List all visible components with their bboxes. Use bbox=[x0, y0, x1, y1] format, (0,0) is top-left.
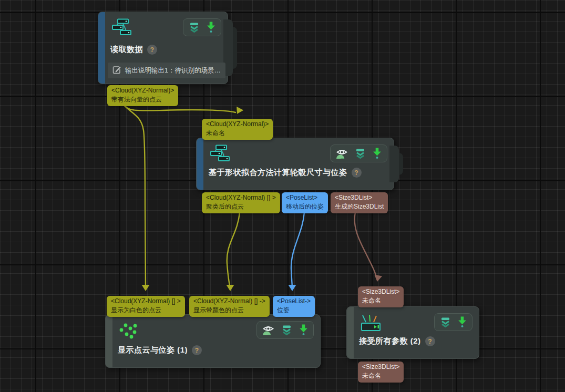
node-color-bar bbox=[197, 138, 203, 190]
help-badge[interactable]: ? bbox=[147, 45, 157, 55]
node-title: 基于形状拟合方法计算轮毂尺寸与位姿 bbox=[209, 168, 347, 178]
collapse-icon[interactable] bbox=[189, 22, 200, 33]
node-action-buttons bbox=[183, 18, 221, 36]
port-accept-in-sizes[interactable]: <Size3DList>未命名 bbox=[358, 286, 404, 307]
download-icon[interactable] bbox=[458, 316, 467, 328]
node-accept-params[interactable]: 接受所有参数 (2)? bbox=[346, 306, 479, 359]
node-action-buttons bbox=[330, 145, 387, 162]
download-icon[interactable] bbox=[299, 324, 308, 336]
port-name: 移动后的位姿 bbox=[286, 202, 324, 211]
help-badge[interactable]: ? bbox=[425, 336, 435, 346]
port-type: <Cloud(XYZ-Normal) [] > bbox=[111, 297, 181, 306]
node-color-bar bbox=[347, 307, 354, 358]
visibility-icon[interactable] bbox=[336, 148, 348, 159]
machine-icon bbox=[210, 145, 230, 164]
port-fit-out-sizes[interactable]: <Size3DList>生成的Size3DList bbox=[331, 192, 388, 213]
node-action-buttons bbox=[434, 313, 472, 331]
wire-fit-out-poses-to-show-in-pose[interactable] bbox=[291, 212, 304, 288]
node-title: 接受所有参数 (2) bbox=[359, 336, 421, 346]
port-show-in-colored[interactable]: <Cloud(XYZ-Normal) [] ->显示带颜色的点云 bbox=[189, 296, 270, 317]
port-name: 位姿 bbox=[277, 306, 311, 315]
wire-fit-out-sizes-to-accept-in-sizes[interactable] bbox=[355, 212, 377, 279]
port-name: 生成的Size3DList bbox=[335, 202, 384, 211]
wire-arrow-icon bbox=[289, 285, 296, 291]
dots-icon bbox=[119, 321, 137, 341]
port-show-in-pose[interactable]: <PoseList->位姿 bbox=[273, 296, 315, 317]
port-fit-out-clusters[interactable]: <Cloud(XYZ-Normal) [] >聚类后的点云 bbox=[202, 192, 280, 213]
port-name: 未命名 bbox=[362, 372, 399, 380]
port-type: <Cloud(XYZ-Normal)> bbox=[111, 86, 174, 95]
node-color-bar bbox=[106, 315, 112, 367]
port-fit-out-poses[interactable]: <PoseList>移动后的位姿 bbox=[282, 192, 328, 213]
collapse-icon[interactable] bbox=[440, 317, 451, 328]
collapse-icon[interactable] bbox=[281, 325, 292, 336]
edit-icon bbox=[112, 65, 121, 76]
output-description-text: 输出说明输出1：待识别的场景… bbox=[125, 66, 221, 75]
node-stack-layer bbox=[389, 146, 399, 182]
port-type: <Cloud(XYZ-Normal)> bbox=[206, 120, 269, 129]
help-badge[interactable]: ? bbox=[192, 345, 202, 355]
download-icon[interactable] bbox=[373, 148, 382, 159]
port-name: 带有法向量的点云 bbox=[111, 95, 174, 104]
port-type: <PoseList-> bbox=[277, 297, 311, 306]
port-type: <Size3DList> bbox=[335, 193, 384, 202]
wire-arrow-icon bbox=[227, 285, 234, 291]
port-type: <Cloud(XYZ-Normal) [] > bbox=[206, 193, 276, 202]
node-title: 读取数据 bbox=[110, 45, 143, 55]
node-read-data[interactable]: 读取数据? 输出说明输出1：待识别的场景… bbox=[98, 12, 228, 84]
machine-icon bbox=[112, 18, 132, 38]
port-name: 聚类后的点云 bbox=[206, 202, 276, 211]
help-badge[interactable]: ? bbox=[352, 168, 362, 178]
collapse-icon[interactable] bbox=[355, 148, 366, 159]
output-description-row[interactable]: 输出说明输出1：待识别的场景… bbox=[108, 63, 225, 78]
node-shape-fit[interactable]: 基于形状拟合方法计算轮毂尺寸与位姿? bbox=[196, 138, 394, 190]
port-read-out-cloud[interactable]: <Cloud(XYZ-Normal)>带有法向量的点云 bbox=[107, 85, 178, 106]
port-show-in-white[interactable]: <Cloud(XYZ-Normal) [] >显示为白色的点云 bbox=[107, 296, 185, 317]
wire-arrow-icon bbox=[233, 107, 243, 116]
port-name: 未命名 bbox=[362, 296, 399, 305]
wire-arrow-icon bbox=[373, 275, 382, 282]
port-type: <Cloud(XYZ-Normal) [] -> bbox=[193, 297, 265, 306]
node-action-buttons bbox=[256, 321, 314, 339]
wire-read-out-cloud-to-show-in-white[interactable] bbox=[123, 104, 146, 288]
port-type: <Size3DList> bbox=[362, 363, 399, 372]
port-name: 显示为白色的点云 bbox=[111, 306, 181, 315]
device-icon bbox=[361, 313, 383, 334]
node-show-cloud-pose[interactable]: 显示点云与位姿 (1)? bbox=[105, 314, 321, 368]
node-title: 显示点云与位姿 (1) bbox=[118, 345, 188, 355]
port-type: <PoseList> bbox=[286, 193, 324, 202]
node-graph-canvas[interactable]: 读取数据? 输出说明输出1：待识别的场景… 基于 bbox=[0, 0, 565, 392]
port-name: 未命名 bbox=[206, 129, 269, 138]
wire-fit-out-clusters-to-show-in-colored[interactable] bbox=[227, 212, 240, 288]
download-icon[interactable] bbox=[207, 22, 215, 33]
port-fit-in-cloud[interactable]: <Cloud(XYZ-Normal)>未命名 bbox=[202, 119, 273, 140]
port-accept-out-sizes[interactable]: <Size3DList>未命名 bbox=[358, 362, 404, 383]
wire-arrow-icon bbox=[142, 285, 150, 291]
port-name: 显示带颜色的点云 bbox=[193, 306, 265, 315]
port-type: <Size3DList> bbox=[362, 287, 399, 296]
visibility-icon[interactable] bbox=[262, 325, 274, 336]
node-color-bar bbox=[98, 12, 105, 84]
